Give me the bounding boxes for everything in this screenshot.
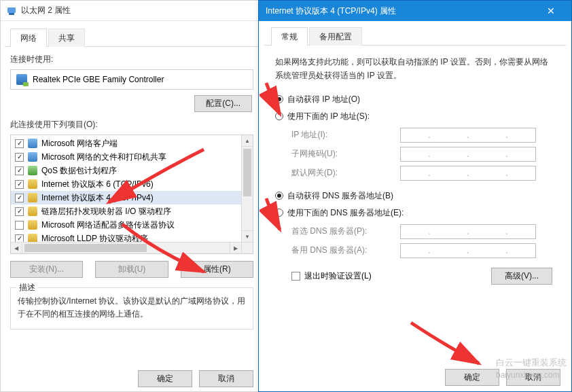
subnet-mask-input: ...: [400, 147, 536, 162]
adapter-name: Realtek PCIe GBE Family Controller: [33, 75, 164, 84]
tabs-left: 网络 共享: [5, 24, 259, 47]
protocol-icon: [28, 193, 37, 202]
svg-rect-0: [7, 7, 16, 13]
ip-address-input: ...: [400, 128, 536, 143]
checkbox[interactable]: [15, 221, 24, 230]
intro-text: 如果网络支持此功能，则可以获取自动指派的 IP 设置。否则，你需要从网络系统管理…: [275, 55, 555, 83]
description-legend: 描述: [16, 282, 38, 293]
list-item-selected[interactable]: Internet 协议版本 4 (TCP/IPv4): [11, 191, 253, 204]
cancel-button-left[interactable]: 取消: [199, 370, 253, 387]
panel-right: 如果网络支持此功能，则可以获取自动指派的 IP 设置。否则，你需要从网络系统管理…: [259, 46, 571, 291]
radio-auto-dns[interactable]: 自动获得 DNS 服务器地址(B): [275, 190, 555, 202]
list-item[interactable]: 链路层拓扑发现映射器 I/O 驱动程序: [11, 204, 253, 218]
list-item[interactable]: Internet 协议版本 6 (TCP/IPv6): [11, 177, 253, 191]
scroll-thumb-h[interactable]: [24, 244, 147, 252]
tab-alt-config[interactable]: 备用配置: [309, 27, 362, 46]
radio-dot-on: [275, 192, 283, 200]
tab-share[interactable]: 共享: [48, 29, 85, 47]
window-title: 以太网 2 属性: [21, 5, 71, 16]
configure-button[interactable]: 配置(C)...: [194, 95, 252, 112]
watermark: 白云一键重装系统 baiyunxitong.com: [496, 357, 568, 380]
subnet-mask-label: 子网掩码(U):: [291, 148, 400, 160]
dns-mode-group: 自动获得 DNS 服务器地址(B) 使用下面的 DNS 服务器地址(E):: [275, 190, 555, 219]
install-button[interactable]: 安装(N)...: [10, 261, 83, 278]
ipv4-properties-window: Internet 协议版本 4 (TCP/IPv4) 属性 ✕ 常规 备用配置 …: [258, 0, 572, 392]
scroll-up-icon[interactable]: ▲: [242, 135, 253, 147]
protocol-icon: [28, 139, 37, 148]
dns1-label: 首选 DNS 服务器(P):: [291, 226, 400, 237]
scroll-corner: [241, 242, 253, 253]
vertical-scrollbar[interactable]: ▲ ▼: [241, 135, 253, 242]
protocol-icon: [28, 152, 37, 162]
tab-network[interactable]: 网络: [10, 29, 47, 47]
ip-address-label: IP 地址(I):: [291, 129, 400, 141]
scroll-thumb[interactable]: [243, 149, 251, 196]
uninstall-button[interactable]: 卸载(U): [95, 261, 168, 278]
panel-left: 连接时使用: Realtek PCIe GBE Family Controlle…: [1, 47, 263, 336]
items-label: 此连接使用下列项目(O):: [10, 119, 253, 130]
tab-general[interactable]: 常规: [271, 27, 308, 46]
svg-rect-1: [9, 13, 14, 15]
ok-button-right[interactable]: 确定: [445, 369, 499, 386]
checkbox[interactable]: [15, 180, 24, 189]
tabs-right: 常规 备用配置: [264, 21, 566, 46]
checkbox[interactable]: [291, 272, 300, 281]
ethernet-properties-window: 以太网 2 属性 网络 共享 连接时使用: Realtek PCIe GBE F…: [0, 0, 264, 392]
adapter-field[interactable]: Realtek PCIe GBE Family Controller: [10, 69, 253, 90]
scroll-down-icon[interactable]: ▼: [242, 230, 253, 242]
close-icon[interactable]: ✕: [537, 1, 565, 21]
description-group: 描述 传输控制协议/Internet 协议。该协议是默认的广域网络协议，用于在不…: [10, 287, 253, 329]
ethernet-icon: [6, 5, 17, 16]
gateway-label: 默认网关(D):: [291, 167, 400, 179]
scroll-left-icon[interactable]: ◀: [11, 243, 22, 253]
connect-using-label: 连接时使用:: [10, 54, 253, 65]
protocol-list[interactable]: Microsoft 网络客户端 Microsoft 网络的文件和打印机共享 Qo…: [10, 135, 253, 254]
list-item[interactable]: QoS 数据包计划程序: [11, 164, 253, 177]
ok-button-left[interactable]: 确定: [138, 370, 192, 387]
properties-button[interactable]: 属性(R): [181, 261, 253, 278]
radio-dot-on: [275, 95, 283, 103]
ip-mode-group: 自动获得 IP 地址(O) 使用下面的 IP 地址(S):: [275, 94, 555, 122]
checkbox[interactable]: [15, 139, 24, 148]
checkbox[interactable]: [15, 166, 24, 175]
titlebar-right[interactable]: Internet 协议版本 4 (TCP/IPv4) 属性 ✕: [259, 1, 571, 21]
protocol-icon: [28, 220, 37, 230]
radio-dot: [275, 209, 283, 217]
checkbox[interactable]: [15, 207, 24, 216]
validate-checkbox-row[interactable]: 退出时验证设置(L): [291, 270, 372, 282]
radio-auto-ip[interactable]: 自动获得 IP 地址(O): [275, 94, 555, 105]
checkbox[interactable]: [15, 153, 24, 162]
radio-manual-ip[interactable]: 使用下面的 IP 地址(S):: [275, 111, 555, 122]
protocol-icon: [28, 207, 37, 216]
advanced-button[interactable]: 高级(V)...: [491, 268, 552, 285]
list-item[interactable]: Microsoft 网络客户端: [11, 137, 253, 150]
list-item[interactable]: Microsoft 网络的文件和打印机共享: [11, 150, 253, 164]
window-title: Internet 协议版本 4 (TCP/IPv4) 属性: [266, 5, 396, 17]
scroll-right-icon[interactable]: ▶: [230, 243, 241, 253]
titlebar-left[interactable]: 以太网 2 属性: [1, 1, 263, 21]
protocol-icon: [28, 166, 37, 175]
dns2-label: 备用 DNS 服务器(A):: [291, 245, 400, 256]
horizontal-scrollbar[interactable]: ◀ ▶: [11, 242, 241, 253]
description-text: 传输控制协议/Internet 协议。该协议是默认的广域网络协议，用于在不同的相…: [18, 295, 246, 321]
protocol-icon: [28, 179, 37, 189]
checkbox[interactable]: [15, 194, 24, 202]
radio-dot: [275, 112, 283, 120]
dns1-input: ...: [400, 224, 536, 239]
nic-icon: [16, 74, 27, 85]
list-item[interactable]: Microsoft 网络适配器多路传送器协议: [11, 218, 253, 232]
gateway-input: ...: [400, 166, 536, 181]
validate-label: 退出时验证设置(L): [304, 270, 372, 282]
radio-manual-dns[interactable]: 使用下面的 DNS 服务器地址(E):: [275, 207, 555, 219]
dns2-input: ...: [400, 243, 536, 258]
